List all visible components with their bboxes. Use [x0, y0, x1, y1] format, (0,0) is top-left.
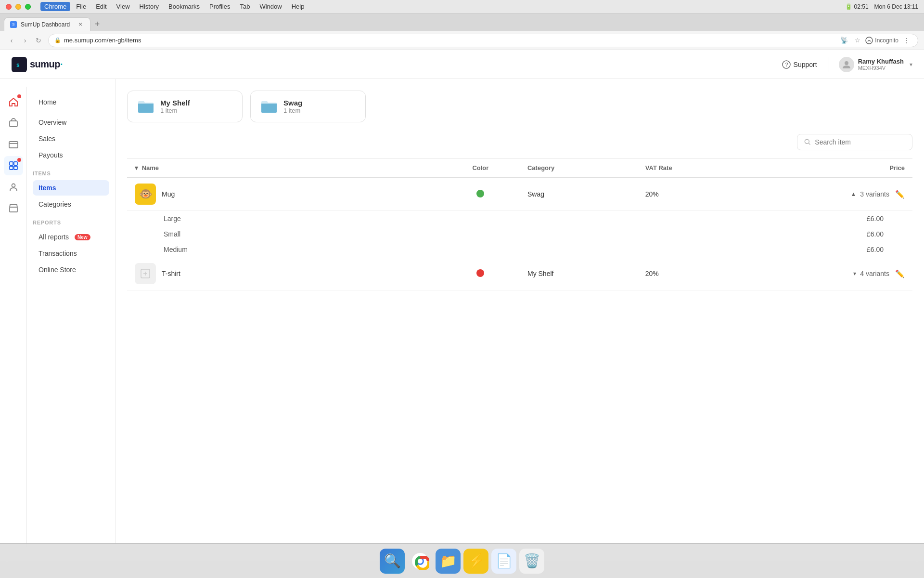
variants-mug[interactable]: ▲ 3 variants	[850, 190, 889, 198]
search-box[interactable]	[797, 134, 912, 150]
search-input[interactable]	[815, 138, 905, 146]
sidebar-item-overview[interactable]: Overview	[33, 115, 109, 130]
sidebar-icon-customers[interactable]	[4, 177, 23, 197]
menu-file[interactable]: File	[72, 2, 90, 11]
support-button[interactable]: ? Support	[782, 60, 817, 69]
new-badge: New	[75, 234, 90, 240]
items-table: ▾ Name Color Category VAT Rate Price	[127, 158, 912, 290]
edit-icon-mug[interactable]: ✏️	[895, 190, 905, 199]
variant-name-large: Large	[164, 215, 181, 223]
address-text: me.sumup.com/en-gb/items	[64, 37, 832, 44]
category-count-swag: 1 item	[283, 107, 302, 114]
sidebar-section-items-title: ITEMS	[33, 171, 109, 176]
logo-text: sumup·	[30, 59, 63, 70]
menu-edit[interactable]: Edit	[92, 2, 110, 11]
sidebar-item-online-store-label: Online Store	[38, 266, 76, 274]
address-bar-row: ‹ › ↻ 🔒 me.sumup.com/en-gb/items 📡 ☆ Inc…	[0, 31, 924, 50]
menu-bookmarks[interactable]: Bookmarks	[165, 2, 204, 11]
svg-rect-8	[10, 162, 13, 165]
col-name[interactable]: ▾ Name	[127, 158, 441, 178]
back-button[interactable]: ‹	[6, 35, 17, 46]
folder-icon-swag	[260, 99, 278, 114]
variants-count-tshirt: 4 variants	[860, 270, 889, 277]
sidebar-item-transactions[interactable]: Transactions	[33, 246, 109, 261]
tab-favicon: S	[10, 21, 17, 28]
item-image-mug: 🐵	[135, 184, 156, 205]
menu-chrome[interactable]: Chrome	[40, 2, 70, 11]
address-bar[interactable]: 🔒 me.sumup.com/en-gb/items 📡 ☆ Incognito…	[48, 34, 918, 47]
category-card-swag[interactable]: Swag 1 item	[250, 91, 366, 122]
close-button[interactable]	[6, 4, 12, 10]
item-vat-tshirt: 20%	[645, 270, 659, 277]
sidebar-item-payouts[interactable]: Payouts	[33, 147, 109, 163]
sidebar-item-categories[interactable]: Categories	[33, 197, 109, 212]
traffic-lights[interactable]	[6, 4, 31, 10]
variant-row: Medium £6.00	[127, 242, 912, 257]
sidebar-icon-items[interactable]	[4, 156, 23, 175]
forward-button[interactable]: ›	[19, 35, 31, 46]
menu-profiles[interactable]: Profiles	[205, 2, 234, 11]
menu-help[interactable]: Help	[288, 2, 308, 11]
variant-price-large: £6.00	[867, 215, 884, 223]
dock-item-finder[interactable]: 🔍	[380, 549, 405, 574]
sidebar-icon-sales[interactable]	[4, 114, 23, 133]
category-name-my-shelf: My Shelf	[160, 99, 190, 107]
sidebar-item-items[interactable]: Items	[33, 180, 109, 196]
dock-item-bolt[interactable]: ⚡	[463, 549, 488, 574]
dock-item-files[interactable]: 📁	[436, 549, 461, 574]
dock-item-docs[interactable]: 📄	[491, 549, 516, 574]
sidebar-icon-payouts[interactable]	[4, 135, 23, 154]
svg-rect-10	[10, 166, 13, 170]
menu-window[interactable]: Window	[256, 2, 285, 11]
fullscreen-button[interactable]	[25, 4, 31, 10]
lock-icon: 🔒	[54, 37, 61, 43]
dock-item-trash[interactable]: 🗑️	[519, 549, 544, 574]
category-card-my-shelf[interactable]: My Shelf 1 item	[127, 91, 243, 122]
variant-price-medium: £6.00	[867, 246, 884, 253]
sidebar-item-all-reports[interactable]: All reports New	[33, 229, 109, 245]
more-button[interactable]: ⋮	[900, 35, 912, 46]
sidebar-icon-nav	[0, 87, 27, 553]
user-id: MEXH934V	[858, 65, 904, 71]
menu-bar: Chrome File Edit View History Bookmarks …	[40, 2, 308, 11]
dock-item-chrome[interactable]	[408, 549, 433, 574]
user-section[interactable]: Ramy Khuffash MEXH934V ▾	[829, 57, 912, 72]
sidebar-item-payouts-label: Payouts	[38, 151, 63, 159]
sidebar-icon-store[interactable]	[4, 198, 23, 218]
sidebar-item-home[interactable]: Home	[33, 94, 109, 110]
app-container: s sumup· ? Support Ramy Khuffash MEXH934…	[0, 50, 924, 561]
content-area: My Shelf 1 item Swag 1 item	[116, 79, 924, 561]
menu-view[interactable]: View	[113, 2, 134, 11]
sidebar-item-online-store[interactable]: Online Store	[33, 262, 109, 277]
minimize-button[interactable]	[15, 4, 21, 10]
menu-tab[interactable]: Tab	[236, 2, 254, 11]
user-name: Ramy Khuffash	[858, 58, 904, 65]
app-header: s sumup· ? Support Ramy Khuffash MEXH934…	[0, 50, 924, 79]
main-layout: Home Overview Sales Payouts ITEMS Items …	[0, 79, 924, 561]
new-tab-button[interactable]: +	[90, 17, 104, 31]
edit-icon-tshirt[interactable]: ✏️	[895, 269, 905, 278]
sidebar: Home Overview Sales Payouts ITEMS Items …	[0, 79, 116, 561]
reload-button[interactable]: ↻	[33, 35, 44, 46]
menu-history[interactable]: History	[136, 2, 163, 11]
svg-text:s: s	[16, 62, 20, 68]
star-button[interactable]: ☆	[852, 35, 863, 46]
battery-indicator: 🔋 02:51	[845, 3, 868, 10]
chevron-down-icon: ▾	[910, 61, 912, 68]
browser-tab[interactable]: S SumUp Dashboard ✕	[4, 17, 90, 31]
cast-button[interactable]: 📡	[838, 35, 850, 46]
sidebar-item-categories-label: Categories	[38, 200, 71, 208]
category-info-my-shelf: My Shelf 1 item	[160, 99, 190, 114]
header-right: ? Support Ramy Khuffash MEXH934V ▾	[782, 57, 912, 72]
sidebar-icon-home[interactable]	[4, 92, 23, 112]
col-color: Color	[441, 158, 520, 178]
col-category: Category	[520, 158, 638, 178]
svg-rect-13	[10, 207, 17, 212]
sidebar-item-sales[interactable]: Sales	[33, 131, 109, 146]
sidebar-item-all-reports-label: All reports	[38, 233, 69, 241]
category-info-swag: Swag 1 item	[283, 99, 302, 114]
sidebar-item-sales-label: Sales	[38, 135, 55, 143]
tab-close-button[interactable]: ✕	[77, 21, 84, 28]
variants-tshirt[interactable]: ▾ 4 variants	[853, 270, 889, 277]
item-vat-mug: 20%	[645, 190, 659, 198]
